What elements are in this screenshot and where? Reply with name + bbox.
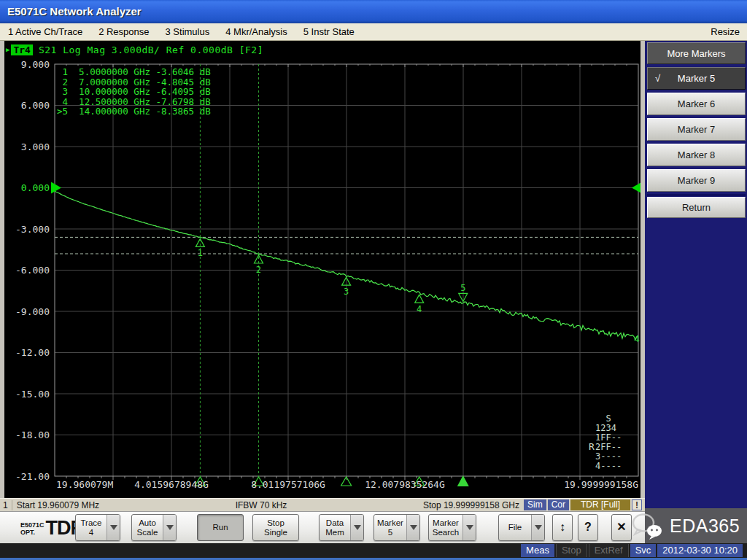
marker-select-button-label: Marker5: [374, 515, 406, 540]
softkey-marker-6[interactable]: Marker 6: [647, 93, 746, 115]
run-button-label: Run: [198, 515, 243, 540]
y-tick-label: -6.000: [15, 265, 50, 276]
softkey-marker-5[interactable]: √Marker 5: [647, 67, 746, 90]
wechat-icon: [627, 511, 668, 542]
dropdown-arrow-icon[interactable]: [462, 515, 476, 540]
watermark-text: EDA365: [670, 516, 740, 537]
left-border-strip: [0, 41, 4, 498]
x-tick-label: 4.0159678948G: [134, 479, 209, 490]
marker-select-button[interactable]: Marker5: [374, 514, 420, 541]
menu-item-resize[interactable]: Resize: [703, 26, 747, 37]
status-legend-row: 4----: [595, 462, 622, 471]
dropdown-arrow-icon[interactable]: [406, 515, 419, 540]
softkey-menu-title: More Markers: [647, 42, 746, 64]
menu-item-4-mkr-analysis[interactable]: 4 Mkr/Analysis: [217, 26, 295, 37]
taskbar-indicator-extref: ExtRef: [589, 544, 629, 557]
marker-table: 1 5.0000000 GHz -3.6046 dB 2 7.0000000 G…: [57, 67, 211, 117]
trace-marker-4-number: 4: [417, 304, 422, 314]
dropdown-arrow-icon[interactable]: [107, 515, 120, 540]
channel-indicator: 1: [0, 500, 12, 510]
file-button[interactable]: File: [498, 514, 545, 541]
x-tick-label: 19.960079M: [56, 479, 113, 490]
status-bar: 1 Start 19.960079 MHz IFBW 70 kHz Stop 1…: [0, 498, 645, 511]
menu-item-2-response[interactable]: 2 Response: [90, 26, 157, 37]
logo-model: E5071C: [20, 521, 44, 529]
y-tick-label: 6.000: [21, 100, 50, 111]
softkey-label: Marker 7: [678, 124, 715, 135]
active-trace-badge[interactable]: Tr4: [11, 44, 32, 55]
y-tick-label: 0.000: [21, 182, 50, 193]
status-badge-sim: Sim: [524, 499, 546, 510]
x-tick-label: 12.0079835264G: [365, 479, 445, 490]
trace-status-line: ▶ Tr4 S21 Log Mag 3.000dB/ Ref 0.000dB […: [6, 42, 263, 57]
instrument-screen: E5071C Network Analyzer 1 Active Ch/Trac…: [0, 0, 747, 560]
menu-item-3-stimulus[interactable]: 3 Stimulus: [158, 26, 218, 37]
softkey-label: Marker 6: [678, 98, 715, 109]
taskbar-indicator-svc: Svc: [630, 544, 657, 557]
y-tick-label: -18.00: [15, 429, 50, 440]
softkey-marker-8[interactable]: Marker 8: [647, 144, 746, 166]
instrument-logo: E5071C OPT. TDR: [20, 517, 84, 540]
help-button-label: ?: [578, 515, 597, 540]
trace-marker-3-number: 3: [344, 287, 349, 297]
active-trace-arrow-icon: ▶: [6, 46, 9, 53]
x-tick-label: 19.999999158G: [564, 479, 638, 490]
datetime-display: 2012-03-30 10:20: [657, 544, 743, 557]
toolbar: E5071C OPT. TDR Trace4AutoScaleRunStopSi…: [0, 511, 645, 543]
trace-marker-5-number: 5: [460, 283, 465, 293]
menu-item-1-active-ch-trace[interactable]: 1 Active Ch/Trace: [0, 26, 90, 37]
auto-scale-button[interactable]: AutoScale: [131, 514, 177, 541]
trace-select-button[interactable]: Trace4: [75, 514, 120, 541]
menu-item-5-instr-state[interactable]: 5 Instr State: [295, 26, 363, 37]
status-badge-cor: Cor: [548, 499, 569, 510]
y-tick-label: -21.00: [15, 471, 50, 482]
marker-table-row: >5 14.000000 GHz -8.3865 dB: [57, 106, 211, 117]
stop-single-button[interactable]: StopSingle: [252, 514, 299, 541]
marker-search-button[interactable]: MarkerSearch: [428, 514, 476, 541]
dropdown-arrow-icon[interactable]: [531, 515, 544, 540]
run-button[interactable]: Run: [197, 514, 244, 541]
updown-button[interactable]: ↕: [552, 514, 573, 541]
task-bar: MeasStopExtRefSvc 2012-03-30 10:20: [0, 543, 747, 558]
dropdown-arrow-icon[interactable]: [350, 515, 363, 540]
stop-single-button-label: StopSingle: [253, 515, 298, 540]
trace-marker-2-number: 2: [256, 265, 261, 275]
status-legend-r-label: R: [589, 442, 595, 451]
status-badge-[interactable]: !: [632, 499, 642, 510]
y-tick-label: -9.000: [15, 306, 50, 317]
trace-marker-1-number: 1: [198, 248, 203, 258]
updown-button-label: ↕: [553, 515, 572, 540]
channel-trace-status-legend: R S12341FF--2FF--3----4----: [595, 414, 622, 471]
trace-format-text: S21 Log Mag 3.000dB/ Ref 0.000dB [F2]: [39, 44, 263, 55]
x-tick-label: 8.0119757106G: [251, 479, 325, 490]
y-tick-label: -12.00: [15, 347, 50, 358]
marker-table-row: 3 10.000000 GHz -6.4095 dB: [57, 87, 211, 97]
taskbar-indicator-meas: Meas: [521, 544, 554, 557]
checkmark-icon: √: [655, 73, 660, 84]
y-tick-label: -15.00: [15, 389, 50, 400]
y-tick-label: 3.000: [21, 141, 50, 152]
softkey-return-button[interactable]: Return: [647, 197, 746, 218]
softkey-label: Marker 5: [678, 73, 715, 84]
file-button-label: File: [499, 515, 531, 540]
marker-table-row: 2 7.0000000 GHz -4.8045 dB: [57, 77, 211, 88]
taskbar-indicator-stop: Stop: [556, 544, 587, 557]
marker-search-button-label: MarkerSearch: [429, 515, 462, 540]
softkey-label: Marker 8: [678, 149, 715, 160]
softkey-marker-9[interactable]: Marker 9: [647, 169, 746, 192]
softkey-separator: [647, 194, 746, 196]
marker-table-row: 1 5.0000000 GHz -3.6046 dB: [57, 67, 211, 77]
y-tick-label: 9.000: [21, 59, 50, 70]
softkey-marker-7[interactable]: Marker 7: [647, 118, 746, 141]
title-bar[interactable]: E5071C Network Analyzer: [0, 0, 747, 23]
stop-frequency-text: Stop 19.999999158 GHz: [423, 500, 519, 510]
softkey-return-label: Return: [682, 202, 711, 213]
help-button[interactable]: ?: [578, 514, 598, 541]
start-frequency-text: Start 19.960079 MHz: [17, 500, 99, 510]
watermark: EDA365: [645, 508, 747, 543]
display-area: 1234549.0006.0003.0000.000-3.000-6.000-9…: [0, 41, 645, 498]
dropdown-arrow-icon[interactable]: [163, 515, 176, 540]
logo-opt: OPT.: [20, 529, 44, 536]
softkey-label: Marker 9: [678, 175, 715, 186]
data-mem-button[interactable]: DataMem: [319, 514, 364, 541]
